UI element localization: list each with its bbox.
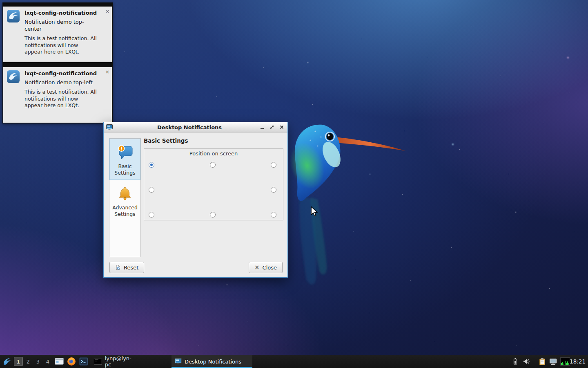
radio-position-bottom-left[interactable] [149, 212, 154, 218]
notification-close-icon[interactable]: × [104, 8, 111, 15]
groupbox-title: Position on screen [144, 150, 283, 157]
resource-monitor-icon[interactable] [560, 355, 570, 368]
advanced-settings-bell-icon [111, 184, 139, 203]
titlebar[interactable]: Desktop Notifications [104, 122, 287, 132]
sidebar-item-basic-settings[interactable]: Basic Settings [109, 139, 140, 180]
window-title: Desktop Notifications [120, 124, 259, 130]
reset-button-label: Reset [124, 265, 138, 271]
radio-position-middle-left[interactable] [149, 187, 154, 193]
notification-body: This is a test notification. All notific… [24, 35, 97, 56]
position-groupbox: Position on screen [144, 148, 283, 220]
close-button[interactable] [278, 124, 285, 130]
taskbar-task-terminal[interactable]: lynp@lyn-pc [91, 355, 140, 368]
notification-summary: Notification demo top-left [24, 79, 97, 86]
file-manager-launcher-icon[interactable] [54, 355, 65, 368]
workspace-button-2[interactable]: 2 [24, 357, 33, 366]
reset-button[interactable]: Reset [109, 262, 144, 273]
task-label: Desktop Notifications [185, 359, 241, 365]
desktop-notifications-window: Desktop Notifications [103, 122, 288, 278]
sidebar-item-label: Basic Settings [111, 163, 139, 176]
radio-position-top-left[interactable] [149, 162, 154, 168]
reset-icon [115, 265, 121, 270]
close-x-icon: × [254, 265, 260, 271]
notification-app-name: lxqt-config-notificationd [24, 9, 97, 16]
taskbar-task-desktop-notifications[interactable]: Desktop Notifications [172, 355, 252, 368]
window-icon [175, 358, 182, 365]
lxqt-notification-icon [7, 9, 20, 23]
radio-position-middle-right[interactable] [271, 187, 276, 193]
minimize-button[interactable] [259, 124, 265, 130]
radio-position-top-right[interactable] [271, 162, 276, 168]
desktop: lxqt-config-notificationd Notification d… [0, 0, 588, 368]
sidebar-item-label: Advanced Settings [111, 204, 139, 218]
restore-button[interactable] [269, 124, 275, 130]
notification-popup: lxqt-config-notificationd Notification d… [2, 2, 113, 63]
workspace-button-4[interactable]: 4 [43, 357, 52, 366]
volume-icon[interactable] [523, 355, 530, 368]
basic-settings-icon [111, 143, 139, 162]
notification-close-icon[interactable]: × [104, 69, 111, 75]
taskbar: 1 2 3 4 [0, 355, 588, 368]
mouse-cursor [310, 206, 318, 217]
close-button-label: Close [263, 265, 277, 271]
sidebar-item-advanced-settings[interactable]: Advanced Settings [109, 180, 140, 221]
task-label: lynp@lyn-pc [105, 355, 137, 368]
window-icon[interactable] [106, 124, 113, 130]
lxqt-logo-icon [2, 357, 12, 366]
notification-popup: lxqt-config-notificationd Notification d… [2, 63, 113, 123]
terminal-launcher-icon[interactable] [78, 355, 89, 368]
close-dialog-button[interactable]: × Close [249, 262, 283, 273]
start-menu-button[interactable] [2, 355, 13, 368]
notification-app-name: lxqt-config-notificationd [24, 70, 97, 77]
notification-summary: Notification demo top-center [24, 18, 97, 32]
radio-position-bottom-right[interactable] [271, 212, 276, 218]
workspace-button-1[interactable]: 1 [14, 357, 23, 366]
terminal-window-thumbnail [94, 359, 102, 365]
workspace-button-3[interactable]: 3 [33, 357, 42, 366]
bright-stars-layer [0, 0, 1, 1]
radio-position-bottom-center[interactable] [210, 212, 216, 218]
notification-body: This is a test notification. All notific… [24, 89, 97, 109]
radio-position-top-center[interactable] [210, 162, 216, 168]
settings-sidebar: Basic Settings Advanced Settings [109, 138, 141, 257]
page-heading: Basic Settings [144, 137, 188, 144]
battery-icon[interactable] [513, 355, 518, 368]
lxqt-notification-icon [7, 70, 20, 83]
firefox-launcher-icon[interactable] [66, 355, 77, 368]
clipboard-icon[interactable] [539, 355, 546, 368]
hummingbird-wallpaper [282, 116, 416, 292]
taskbar-clock[interactable]: 18:21 [570, 355, 586, 368]
display-icon[interactable] [549, 355, 557, 368]
